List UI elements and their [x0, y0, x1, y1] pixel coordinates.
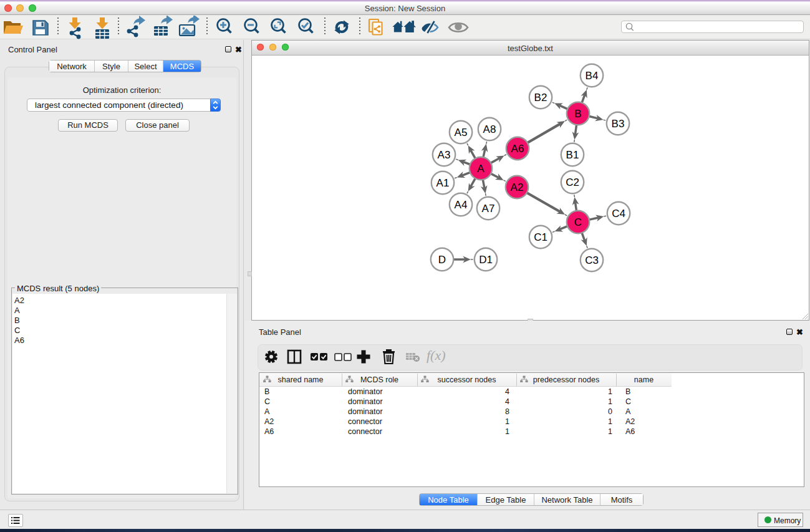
svg-text:C4: C4	[612, 208, 625, 220]
svg-text:A7: A7	[482, 203, 495, 215]
svg-text:C2: C2	[566, 177, 579, 188]
svg-text:A8: A8	[483, 123, 496, 135]
svg-text:C3: C3	[585, 254, 599, 266]
svg-text:A6: A6	[511, 143, 524, 155]
svg-text:A4: A4	[455, 199, 468, 211]
svg-text:A5: A5	[455, 127, 468, 138]
svg-text:D: D	[438, 254, 446, 266]
svg-text:C1: C1	[534, 231, 547, 243]
svg-text:A1: A1	[436, 177, 450, 189]
svg-text:A3: A3	[438, 149, 451, 161]
svg-text:B1: B1	[566, 149, 579, 161]
svg-text:A: A	[477, 163, 485, 175]
svg-text:B4: B4	[586, 70, 599, 82]
svg-text:B3: B3	[612, 118, 625, 130]
svg-text:C: C	[574, 216, 582, 228]
svg-text:B2: B2	[534, 92, 547, 104]
svg-text:B: B	[574, 108, 581, 120]
svg-text:A2: A2	[511, 181, 524, 193]
svg-text:D1: D1	[479, 254, 493, 266]
